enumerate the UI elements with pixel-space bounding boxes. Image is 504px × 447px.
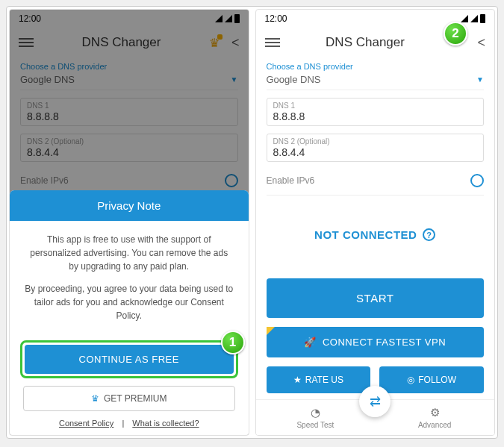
privacy-sheet: Privacy Note This app is free to use wit… [10, 190, 249, 435]
chevron-down-icon: ▼ [476, 75, 484, 84]
provider-label: Choose a DNS provider [20, 62, 238, 71]
follow-label: FOLLOW [418, 375, 456, 385]
connection-status: NOT CONNECTED ? [267, 228, 485, 241]
ipv6-label: Enable IPv6 [20, 175, 69, 186]
gauge-icon: ◔ [311, 406, 320, 419]
app-title: DNS Changer [280, 35, 451, 50]
help-icon[interactable]: ? [423, 228, 435, 241]
privacy-text-2: By proceeding, you agree to your data be… [25, 282, 234, 322]
nav-speed-test[interactable]: ◔ Speed Test [256, 400, 376, 435]
ipv6-toggle[interactable] [470, 174, 484, 187]
instagram-icon: ◎ [407, 375, 414, 385]
battery-icon [480, 14, 485, 23]
dns1-field[interactable]: DNS 1 8.8.8.8 [267, 98, 485, 126]
swap-icon: ⇄ [370, 393, 381, 410]
chevron-down-icon: ▼ [231, 75, 238, 84]
crown-icon: ♛ [91, 393, 99, 404]
swap-fab[interactable]: ⇄ [359, 386, 391, 417]
signal-icon [470, 15, 478, 22]
main-content: Choose a DNS provider Google DNS ▼ DNS 1… [10, 57, 249, 200]
dns2-field[interactable]: DNS 2 (Optional) 8.8.4.4 [267, 134, 485, 162]
consent-policy-link[interactable]: Consent Policy [59, 419, 113, 428]
dns1-field[interactable]: DNS 1 8.8.8.8 [20, 98, 238, 126]
ipv6-row[interactable]: Enable IPv6 [267, 172, 485, 196]
dns1-value: 8.8.8.8 [273, 110, 478, 122]
share-icon[interactable]: < [477, 35, 485, 51]
rocket-icon: 🚀 [304, 337, 317, 348]
premium-icon[interactable]: ♛ [209, 36, 220, 50]
dns1-label: DNS 1 [273, 101, 478, 110]
status-bar: 12:00 [10, 10, 249, 28]
privacy-title: Privacy Note [10, 190, 249, 221]
dns2-label: DNS 2 (Optional) [27, 137, 231, 146]
nav-label: Speed Test [296, 421, 334, 429]
start-button[interactable]: START [267, 278, 485, 318]
menu-icon[interactable] [265, 38, 280, 47]
follow-button[interactable]: ◎ FOLLOW [379, 366, 484, 393]
dns1-value: 8.8.8.8 [27, 110, 231, 122]
signal-icon [461, 15, 468, 22]
signal-icon [225, 15, 232, 22]
continue-highlight: CONTINUE AS FREE 1 [20, 340, 238, 378]
clock: 12:00 [19, 13, 41, 24]
ipv6-toggle[interactable] [225, 174, 238, 187]
share-icon[interactable]: < [231, 35, 240, 51]
get-premium-button[interactable]: ♛ GET PREMIUM [23, 386, 235, 411]
nav-label: Advanced [418, 421, 451, 429]
provider-label: Choose a DNS provider [267, 62, 485, 71]
battery-icon [234, 14, 240, 23]
vpn-label: CONNECT FASTEST VPN [323, 337, 446, 348]
nav-advanced[interactable]: ⚙ Advanced [375, 400, 494, 435]
app-header: DNS Changer ♛ < [10, 28, 249, 57]
status-text: NOT CONNECTED [314, 228, 417, 241]
rate-label: RATE US [305, 375, 343, 385]
continue-free-button[interactable]: CONTINUE AS FREE [25, 345, 234, 374]
link-separator: | [122, 419, 124, 428]
step-badge-2: 2 [444, 22, 467, 46]
app-title: DNS Changer [34, 35, 209, 50]
dns1-label: DNS 1 [27, 101, 231, 110]
rate-us-button[interactable]: ★ RATE US [267, 366, 371, 393]
provider-select[interactable]: Google DNS ▼ [267, 74, 485, 90]
signal-icon [215, 15, 223, 22]
phone-right: 2 12:00 DNS Changer < Choose a DNS provi… [255, 9, 496, 436]
status-icons [461, 14, 485, 23]
dns2-field[interactable]: DNS 2 (Optional) 8.8.4.4 [20, 134, 238, 162]
what-collected-link[interactable]: What is collected? [132, 419, 199, 428]
main-content: Choose a DNS provider Google DNS ▼ DNS 1… [256, 57, 495, 278]
ipv6-label: Enable IPv6 [267, 175, 315, 186]
provider-value: Google DNS [267, 74, 321, 85]
connect-vpn-button[interactable]: 🚀 CONNECT FASTEST VPN [267, 327, 485, 357]
dns2-value: 8.8.4.4 [27, 146, 231, 158]
badge-corner [267, 327, 275, 335]
dns2-value: 8.8.4.4 [273, 146, 478, 158]
premium-label: GET PREMIUM [104, 393, 167, 404]
step-badge-1: 1 [221, 331, 245, 354]
privacy-links: Consent Policy | What is collected? [10, 419, 249, 435]
dns2-label: DNS 2 (Optional) [273, 137, 478, 146]
provider-value: Google DNS [20, 74, 75, 85]
privacy-text-1: This app is free to use with the support… [25, 233, 234, 273]
privacy-body: This app is free to use with the support… [10, 221, 249, 340]
status-icons [215, 14, 240, 23]
gears-icon: ⚙ [430, 406, 440, 419]
star-icon: ★ [293, 375, 302, 385]
provider-select[interactable]: Google DNS ▼ [20, 74, 238, 90]
clock: 12:00 [265, 13, 287, 24]
menu-icon[interactable] [19, 38, 34, 47]
phone-left: 12:00 DNS Changer ♛ < Choose a DNS provi… [9, 9, 249, 436]
